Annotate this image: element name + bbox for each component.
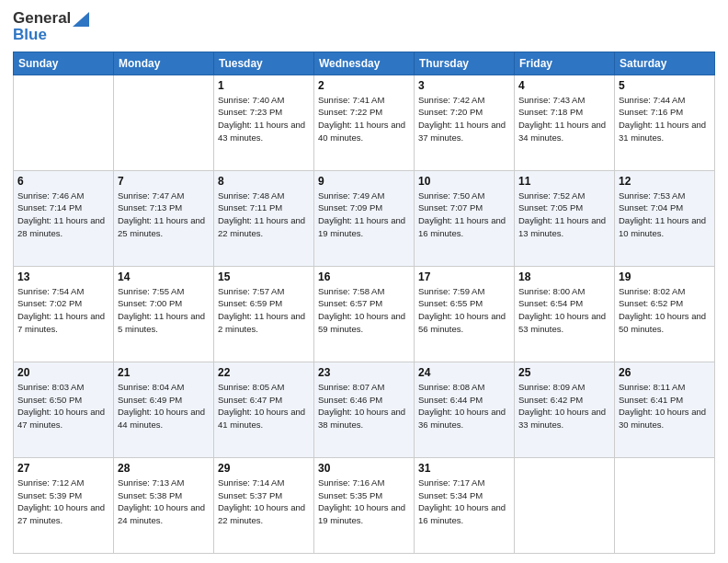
logo-blue: Blue (13, 26, 89, 44)
day-info: Sunrise: 8:00 AM Sunset: 6:54 PM Dayligh… (518, 285, 610, 336)
day-number: 21 (118, 366, 210, 379)
calendar-cell: 18Sunrise: 8:00 AM Sunset: 6:54 PM Dayli… (515, 266, 615, 362)
calendar-cell: 7Sunrise: 7:47 AM Sunset: 7:13 PM Daylig… (114, 170, 214, 266)
day-info: Sunrise: 7:53 AM Sunset: 7:04 PM Dayligh… (619, 190, 711, 240)
calendar-week-row: 6Sunrise: 7:46 AM Sunset: 7:14 PM Daylig… (14, 170, 715, 266)
day-number: 1 (218, 79, 310, 92)
day-info: Sunrise: 8:03 AM Sunset: 6:50 PM Dayligh… (17, 381, 109, 431)
day-info: Sunrise: 8:11 AM Sunset: 6:41 PM Dayligh… (619, 381, 711, 431)
calendar-cell: 29Sunrise: 7:14 AM Sunset: 5:37 PM Dayli… (214, 457, 314, 553)
calendar-cell: 27Sunrise: 7:12 AM Sunset: 5:39 PM Dayli… (14, 457, 114, 553)
day-number: 18 (518, 270, 610, 283)
weekday-header-thursday: Thursday (415, 52, 515, 75)
day-info: Sunrise: 7:16 AM Sunset: 5:35 PM Dayligh… (318, 477, 410, 527)
calendar-cell (515, 457, 615, 553)
day-number: 29 (218, 462, 310, 475)
day-number: 2 (318, 79, 410, 92)
day-number: 7 (118, 175, 210, 188)
weekday-header-row: SundayMondayTuesdayWednesdayThursdayFrid… (14, 52, 715, 75)
calendar-cell: 4Sunrise: 7:43 AM Sunset: 7:18 PM Daylig… (515, 75, 615, 170)
day-info: Sunrise: 7:52 AM Sunset: 7:05 PM Dayligh… (518, 190, 610, 240)
calendar-cell: 8Sunrise: 7:48 AM Sunset: 7:11 PM Daylig… (214, 170, 314, 266)
calendar-cell: 13Sunrise: 7:54 AM Sunset: 7:02 PM Dayli… (14, 266, 114, 362)
day-info: Sunrise: 7:55 AM Sunset: 7:00 PM Dayligh… (118, 285, 210, 336)
day-number: 10 (418, 175, 510, 188)
header: General Blue (13, 9, 715, 44)
day-number: 22 (218, 366, 310, 379)
day-number: 8 (218, 175, 310, 188)
calendar-cell: 31Sunrise: 7:17 AM Sunset: 5:34 PM Dayli… (415, 457, 515, 553)
logo-icon (73, 12, 89, 27)
day-number: 20 (17, 366, 109, 379)
calendar-cell: 24Sunrise: 8:08 AM Sunset: 6:44 PM Dayli… (415, 362, 515, 457)
logo: General Blue (13, 9, 89, 44)
calendar-cell: 25Sunrise: 8:09 AM Sunset: 6:42 PM Dayli… (515, 362, 615, 457)
calendar-cell: 2Sunrise: 7:41 AM Sunset: 7:22 PM Daylig… (314, 75, 415, 170)
calendar-cell: 17Sunrise: 7:59 AM Sunset: 6:55 PM Dayli… (415, 266, 515, 362)
day-number: 23 (318, 366, 410, 379)
calendar-table: SundayMondayTuesdayWednesdayThursdayFrid… (13, 52, 715, 554)
day-info: Sunrise: 7:58 AM Sunset: 6:57 PM Dayligh… (318, 285, 410, 336)
day-info: Sunrise: 8:02 AM Sunset: 6:52 PM Dayligh… (619, 285, 711, 336)
day-number: 14 (118, 270, 210, 283)
calendar-cell: 23Sunrise: 8:07 AM Sunset: 6:46 PM Dayli… (314, 362, 415, 457)
day-number: 26 (619, 366, 711, 379)
page: General Blue SundayMondayTuesdayWednesda… (0, 0, 728, 563)
day-info: Sunrise: 7:46 AM Sunset: 7:14 PM Dayligh… (17, 190, 109, 240)
calendar-cell: 11Sunrise: 7:52 AM Sunset: 7:05 PM Dayli… (515, 170, 615, 266)
calendar-cell: 15Sunrise: 7:57 AM Sunset: 6:59 PM Dayli… (214, 266, 314, 362)
day-number: 12 (619, 175, 711, 188)
calendar-cell: 14Sunrise: 7:55 AM Sunset: 7:00 PM Dayli… (114, 266, 214, 362)
day-info: Sunrise: 8:04 AM Sunset: 6:49 PM Dayligh… (118, 381, 210, 431)
day-info: Sunrise: 8:07 AM Sunset: 6:46 PM Dayligh… (318, 381, 410, 431)
day-number: 16 (318, 270, 410, 283)
day-number: 13 (17, 270, 109, 283)
calendar-cell (114, 75, 214, 170)
day-info: Sunrise: 7:50 AM Sunset: 7:07 PM Dayligh… (418, 190, 510, 240)
day-info: Sunrise: 7:47 AM Sunset: 7:13 PM Dayligh… (118, 190, 210, 240)
calendar-week-row: 13Sunrise: 7:54 AM Sunset: 7:02 PM Dayli… (14, 266, 715, 362)
day-number: 5 (619, 79, 711, 92)
calendar-week-row: 20Sunrise: 8:03 AM Sunset: 6:50 PM Dayli… (14, 362, 715, 457)
day-info: Sunrise: 7:57 AM Sunset: 6:59 PM Dayligh… (218, 285, 310, 336)
day-info: Sunrise: 8:08 AM Sunset: 6:44 PM Dayligh… (418, 381, 510, 431)
calendar-cell: 30Sunrise: 7:16 AM Sunset: 5:35 PM Dayli… (314, 457, 415, 553)
weekday-header-tuesday: Tuesday (214, 52, 314, 75)
day-number: 27 (17, 462, 109, 475)
weekday-header-sunday: Sunday (14, 52, 114, 75)
day-number: 31 (418, 462, 510, 475)
day-info: Sunrise: 7:13 AM Sunset: 5:38 PM Dayligh… (118, 477, 210, 527)
calendar-cell: 1Sunrise: 7:40 AM Sunset: 7:23 PM Daylig… (214, 75, 314, 170)
day-number: 9 (318, 175, 410, 188)
weekday-header-saturday: Saturday (615, 52, 715, 75)
calendar-cell: 10Sunrise: 7:50 AM Sunset: 7:07 PM Dayli… (415, 170, 515, 266)
calendar-week-row: 1Sunrise: 7:40 AM Sunset: 7:23 PM Daylig… (14, 75, 715, 170)
day-info: Sunrise: 7:48 AM Sunset: 7:11 PM Dayligh… (218, 190, 310, 240)
calendar-cell: 9Sunrise: 7:49 AM Sunset: 7:09 PM Daylig… (314, 170, 415, 266)
day-info: Sunrise: 7:43 AM Sunset: 7:18 PM Dayligh… (518, 94, 610, 144)
day-info: Sunrise: 7:41 AM Sunset: 7:22 PM Dayligh… (318, 94, 410, 144)
day-number: 6 (17, 175, 109, 188)
day-info: Sunrise: 8:09 AM Sunset: 6:42 PM Dayligh… (518, 381, 610, 431)
calendar-cell (615, 457, 715, 553)
weekday-header-monday: Monday (114, 52, 214, 75)
calendar-cell: 20Sunrise: 8:03 AM Sunset: 6:50 PM Dayli… (14, 362, 114, 457)
day-number: 15 (218, 270, 310, 283)
calendar-week-row: 27Sunrise: 7:12 AM Sunset: 5:39 PM Dayli… (14, 457, 715, 553)
day-number: 3 (418, 79, 510, 92)
day-number: 30 (318, 462, 410, 475)
calendar-cell: 3Sunrise: 7:42 AM Sunset: 7:20 PM Daylig… (415, 75, 515, 170)
calendar-cell: 19Sunrise: 8:02 AM Sunset: 6:52 PM Dayli… (615, 266, 715, 362)
calendar-cell: 6Sunrise: 7:46 AM Sunset: 7:14 PM Daylig… (14, 170, 114, 266)
calendar-cell: 12Sunrise: 7:53 AM Sunset: 7:04 PM Dayli… (615, 170, 715, 266)
day-number: 19 (619, 270, 711, 283)
logo-general: General (13, 9, 71, 27)
calendar-cell: 22Sunrise: 8:05 AM Sunset: 6:47 PM Dayli… (214, 362, 314, 457)
day-number: 25 (518, 366, 610, 379)
day-info: Sunrise: 7:14 AM Sunset: 5:37 PM Dayligh… (218, 477, 310, 527)
day-info: Sunrise: 7:54 AM Sunset: 7:02 PM Dayligh… (17, 285, 109, 336)
calendar-cell: 16Sunrise: 7:58 AM Sunset: 6:57 PM Dayli… (314, 266, 415, 362)
weekday-header-wednesday: Wednesday (314, 52, 415, 75)
day-info: Sunrise: 7:42 AM Sunset: 7:20 PM Dayligh… (418, 94, 510, 144)
day-number: 4 (518, 79, 610, 92)
